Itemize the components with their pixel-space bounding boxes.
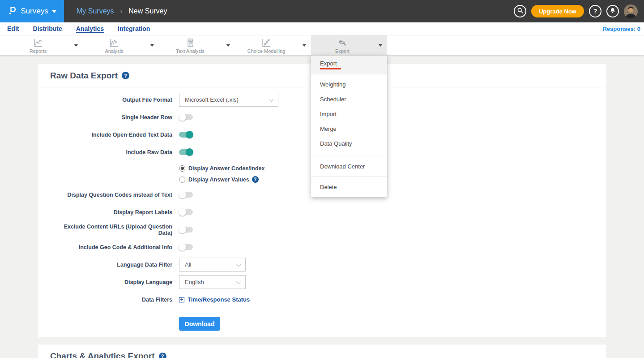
responses-count: Responses: 0 (602, 26, 640, 32)
form-row-exclude-urls: Exclude Content URLs (Upload Question Da… (50, 223, 594, 237)
breadcrumb-my-surveys[interactable]: My Surveys (77, 7, 114, 15)
chevron-down-icon (226, 44, 230, 47)
toggle-knob (179, 208, 186, 216)
toolbar-group-analysis: Analysis (83, 35, 159, 55)
chevron-down-icon (379, 44, 382, 47)
field-label: Include Geo Code & Additional Info (50, 244, 172, 250)
user-avatar[interactable] (624, 4, 638, 18)
reports-button[interactable]: Reports (7, 35, 69, 55)
toggle-knob (179, 243, 186, 251)
chevron-down-icon (74, 44, 78, 47)
questionpro-logo-icon (8, 5, 17, 17)
toggle-knob (179, 191, 186, 198)
export-dropdown-toggle[interactable] (374, 35, 387, 55)
breadcrumb: My Surveys › New Survey (77, 0, 167, 22)
selected-value: English (185, 279, 204, 285)
menu-item-import[interactable]: Import (311, 107, 387, 121)
output-file-format-select[interactable]: Microsoft Excel (.xls) (179, 93, 278, 107)
include-open-ended-toggle[interactable] (179, 132, 193, 138)
include-raw-data-toggle[interactable] (179, 149, 193, 155)
menu-item-merge[interactable]: Merge (311, 121, 387, 136)
line-chart-icon (33, 38, 43, 48)
menu-item-label: Download Center (320, 163, 365, 170)
export-arrow-icon (337, 38, 348, 48)
breadcrumb-current-survey: New Survey (128, 7, 167, 15)
breadcrumb-separator: › (120, 8, 123, 15)
analysis-button[interactable]: Analysis (83, 35, 145, 55)
display-language-select[interactable]: English (179, 275, 246, 289)
menu-item-label: Import (320, 111, 337, 117)
language-data-filter-select[interactable]: All (179, 258, 246, 272)
field-label: Data Filters (50, 297, 172, 303)
radio-selected-icon (179, 165, 185, 172)
choice-modelling-button[interactable]: Choice Modelling (235, 35, 298, 55)
menu-item-weighting[interactable]: Weighting (311, 77, 387, 92)
field-label: Single Header Row (50, 114, 172, 121)
toolbar-item-label: Export (335, 48, 350, 54)
display-report-labels-toggle[interactable] (179, 209, 193, 215)
tab-analytics[interactable]: Analytics (76, 25, 104, 32)
menu-item-export[interactable]: Export (311, 56, 387, 74)
help-icon[interactable] (122, 72, 129, 79)
product-switcher[interactable]: Surveys (0, 0, 64, 22)
menu-item-label: Data Quality (320, 140, 352, 147)
tab-distribute[interactable]: Distribute (33, 25, 62, 32)
toggle-knob (179, 113, 186, 121)
bell-icon (610, 7, 616, 15)
export-button[interactable]: Export (311, 35, 374, 55)
chevron-down-icon (269, 97, 274, 102)
active-item-underline (320, 68, 341, 69)
charts-analytics-export-panel: Charts & Analytics Export (38, 345, 606, 358)
help-button[interactable]: ? (589, 5, 601, 17)
toggle-knob (186, 148, 193, 156)
form-row-report-labels: Display Report Labels (50, 205, 594, 219)
menu-item-scheduler[interactable]: Scheduler (311, 92, 387, 107)
chevron-down-icon (303, 44, 306, 47)
toolbar-group-choice-modelling: Choice Modelling (235, 35, 311, 55)
reports-dropdown-toggle[interactable] (69, 35, 83, 55)
chevron-down-icon (236, 262, 241, 267)
include-geo-code-toggle[interactable] (179, 244, 193, 250)
document-grid-icon (185, 38, 196, 48)
help-icon[interactable] (159, 353, 166, 358)
form-row-data-filters: Data Filters Time/Response Status (50, 293, 594, 306)
time-response-status-link[interactable]: Time/Response Status (179, 296, 250, 303)
top-bar: Surveys My Surveys › New Survey Upgrade … (0, 0, 644, 22)
menu-item-data-quality[interactable]: Data Quality (311, 136, 387, 151)
display-question-codes-toggle[interactable] (179, 192, 193, 198)
search-icon (517, 7, 524, 15)
analysis-dropdown-toggle[interactable] (145, 35, 159, 55)
download-button[interactable]: Download (179, 317, 220, 331)
expand-plus-icon (179, 297, 184, 302)
filter-link-label: Time/Response Status (188, 296, 250, 303)
export-dropdown-menu: Export Weighting Scheduler Import Merge … (311, 56, 387, 197)
help-icon[interactable] (252, 176, 259, 183)
tab-integration[interactable]: Integration (118, 25, 150, 32)
notifications-button[interactable] (606, 5, 619, 17)
scatter-chart-icon (261, 38, 272, 48)
radio-unselected-icon (179, 177, 185, 183)
analysis-chart-icon (109, 38, 119, 48)
text-analysis-dropdown-toggle[interactable] (222, 35, 235, 55)
toolbar-item-label: Text Analysis (176, 48, 205, 54)
form-row-geo-code: Include Geo Code & Additional Info (50, 240, 594, 254)
menu-item-label: Weighting (320, 81, 346, 88)
menu-item-label: Export (320, 60, 337, 67)
tab-edit[interactable]: Edit (7, 25, 19, 32)
field-label: Output File Format (50, 97, 172, 103)
menu-item-delete[interactable]: Delete (311, 177, 387, 197)
single-header-row-toggle[interactable] (179, 114, 193, 120)
radio-label: Display Answer Codes/Index (188, 165, 264, 172)
toolbar-item-label: Reports (30, 48, 47, 54)
chevron-down-icon (150, 44, 154, 47)
field-label: Display Report Labels (50, 209, 172, 216)
search-button[interactable] (514, 5, 526, 17)
menu-item-download-center[interactable]: Download Center (311, 156, 387, 177)
text-analysis-button[interactable]: Text Analysis (159, 35, 222, 55)
exclude-content-urls-toggle[interactable] (179, 227, 193, 233)
choice-modelling-dropdown-toggle[interactable] (298, 35, 311, 55)
upgrade-now-button[interactable]: Upgrade Now (531, 5, 584, 17)
topbar-actions: Upgrade Now ? (514, 0, 644, 22)
field-label: Include Raw Data (50, 149, 172, 155)
question-mark-icon: ? (593, 8, 597, 15)
